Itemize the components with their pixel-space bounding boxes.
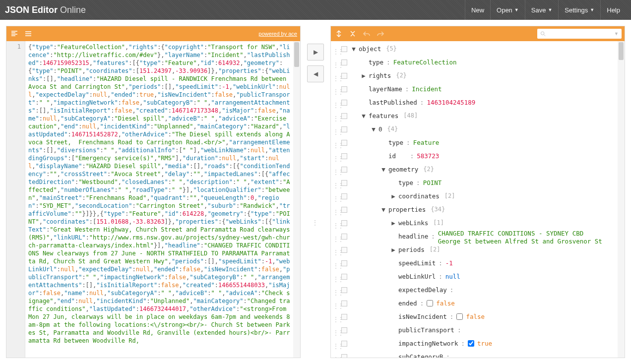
tree-row[interactable]: ▶coordinates[2] xyxy=(331,189,618,203)
expander-icon[interactable]: ▼ xyxy=(379,203,388,216)
menu-open[interactable]: Open▼ xyxy=(490,0,525,20)
bool-checkbox[interactable] xyxy=(427,300,433,306)
drag-handle-icon[interactable] xyxy=(331,340,340,347)
expander-icon[interactable]: ▼ xyxy=(379,163,388,176)
tree-field[interactable]: 0 xyxy=(379,122,382,136)
menu-settings[interactable]: Settings▼ xyxy=(558,0,600,20)
expander-icon[interactable]: ▶ xyxy=(388,189,398,203)
tree-field[interactable]: expectedDelay xyxy=(398,283,447,297)
tree-field[interactable]: object xyxy=(359,42,381,56)
drag-handle-icon[interactable] xyxy=(331,86,340,93)
expander-icon[interactable]: ▶ xyxy=(359,69,369,82)
menu-save[interactable]: Save▼ xyxy=(525,0,559,20)
drag-handle-icon[interactable] xyxy=(331,260,340,267)
drag-handle-icon[interactable] xyxy=(331,59,340,66)
search-box[interactable]: ▼ xyxy=(537,29,622,39)
copy-left-button[interactable]: ◀ xyxy=(307,65,324,82)
drag-handle-icon[interactable] xyxy=(331,273,340,280)
tree-field[interactable]: publicTransport xyxy=(398,323,454,337)
drag-handle-icon[interactable] xyxy=(331,220,340,227)
drag-handle-icon[interactable] xyxy=(331,139,340,146)
tree-row[interactable]: expectedDelay: xyxy=(331,283,618,297)
drag-handle-icon[interactable] xyxy=(331,354,340,358)
powered-by-link[interactable]: powered by ace xyxy=(258,31,297,37)
tree-row[interactable]: type:FeatureCollection xyxy=(331,56,618,69)
tree-view[interactable]: ▼object{5}type:FeatureCollection▶rights{… xyxy=(331,41,618,358)
drag-handle-icon[interactable] xyxy=(331,206,340,213)
tree-field[interactable]: impactingNetwork xyxy=(398,337,458,350)
format-icon[interactable] xyxy=(9,29,19,39)
drag-handle-icon[interactable] xyxy=(331,300,340,307)
drag-handle-icon[interactable] xyxy=(331,327,340,334)
tree-field[interactable]: properties xyxy=(388,203,426,216)
search-input[interactable] xyxy=(546,31,614,37)
tree-field[interactable]: geometry xyxy=(388,163,418,176)
drag-handle-icon[interactable] xyxy=(331,153,340,160)
tree-row[interactable]: isNewIncident:false xyxy=(331,310,618,323)
menu-new[interactable]: New xyxy=(465,0,490,20)
tree-row[interactable]: impactingNetwork:true xyxy=(331,337,618,350)
tree-field[interactable]: type xyxy=(398,176,413,189)
drag-handle-icon[interactable] xyxy=(331,113,340,120)
tree-row[interactable]: ended:false xyxy=(331,297,618,310)
tree-field[interactable]: lastPublished xyxy=(369,96,417,109)
tree-row[interactable]: lastPublished:1463104245189 xyxy=(331,96,618,109)
tree-row[interactable]: type:Feature xyxy=(331,136,618,149)
drag-handle-icon[interactable] xyxy=(331,99,340,106)
drag-handle-icon[interactable] xyxy=(331,166,340,173)
tree-field[interactable]: headline xyxy=(398,230,428,243)
tree-row[interactable]: type:POINT xyxy=(331,176,618,189)
tree-row[interactable]: publicTransport: xyxy=(331,323,618,337)
drag-handle-icon[interactable] xyxy=(331,287,340,294)
code-editor[interactable]: 1 {"type":"FeatureCollection","rights":{… xyxy=(6,41,300,358)
expander-icon[interactable]: ▶ xyxy=(388,243,398,256)
tree-row[interactable]: ▼properties{34} xyxy=(331,203,618,216)
tree-field[interactable]: coordinates xyxy=(398,189,440,203)
tree-row[interactable]: subCategoryB: xyxy=(331,350,618,358)
drag-handle-icon[interactable] xyxy=(331,126,340,133)
tree-field[interactable]: isNewIncident xyxy=(398,310,447,323)
tree-field[interactable]: ended xyxy=(398,297,417,310)
left-scrollbar[interactable] xyxy=(293,41,300,358)
tree-field[interactable]: type xyxy=(388,136,403,149)
drag-handle-icon[interactable] xyxy=(331,313,340,320)
right-scrollbar[interactable] xyxy=(618,41,625,358)
bool-checkbox[interactable] xyxy=(468,340,474,347)
undo-icon[interactable] xyxy=(362,29,372,39)
tree-row[interactable]: headline:CHANGED TRAFFIC CONDITIONS - SY… xyxy=(331,230,618,243)
tree-row[interactable]: layerName:Incident xyxy=(331,82,618,96)
tree-field[interactable]: periods xyxy=(398,243,425,256)
tree-field[interactable]: layerName xyxy=(369,82,402,96)
tree-field[interactable]: webLinks xyxy=(398,216,428,230)
expander-icon[interactable]: ▶ xyxy=(388,216,398,230)
drag-handle-icon[interactable] xyxy=(331,180,340,186)
compact-icon[interactable] xyxy=(23,29,33,39)
redo-icon[interactable] xyxy=(376,29,385,39)
code-text[interactable]: {"type":"FeatureCollection","rights":{"c… xyxy=(25,41,293,358)
tree-row[interactable]: webLinkUrl:null xyxy=(331,270,618,283)
drag-handle-icon[interactable] xyxy=(331,246,340,253)
drag-handle-icon[interactable] xyxy=(331,72,340,79)
tree-field[interactable]: subCategoryB xyxy=(398,350,443,358)
expand-all-icon[interactable] xyxy=(334,29,344,39)
tree-row[interactable]: speedLimit:-1 xyxy=(331,256,618,270)
expander-icon[interactable]: ▼ xyxy=(359,109,369,122)
tree-field[interactable]: id xyxy=(388,149,396,163)
tree-row[interactable]: ▶rights{2} xyxy=(331,69,618,82)
tree-field[interactable]: type xyxy=(369,56,383,69)
drag-handle-icon[interactable] xyxy=(331,193,340,200)
tree-row[interactable]: ▼features[48] xyxy=(331,109,618,122)
drag-handle-icon[interactable] xyxy=(331,46,340,53)
tree-field[interactable]: features xyxy=(369,109,398,122)
expander-icon[interactable]: ▼ xyxy=(369,122,379,136)
copy-right-button[interactable]: ▶ xyxy=(307,44,324,61)
tree-row[interactable]: id :583723 xyxy=(331,149,618,163)
tree-row[interactable]: ▼geometry{2} xyxy=(331,163,618,176)
tree-row[interactable]: ▼object{5} xyxy=(331,42,618,56)
expander-icon[interactable]: ▼ xyxy=(349,42,359,56)
resize-handle[interactable]: ⋮ xyxy=(312,222,319,224)
collapse-all-icon[interactable] xyxy=(348,29,358,39)
search-dropdown-icon[interactable]: ▼ xyxy=(614,31,619,36)
menu-help[interactable]: Help xyxy=(600,0,626,20)
tree-field[interactable]: webLinkUrl xyxy=(398,270,436,283)
